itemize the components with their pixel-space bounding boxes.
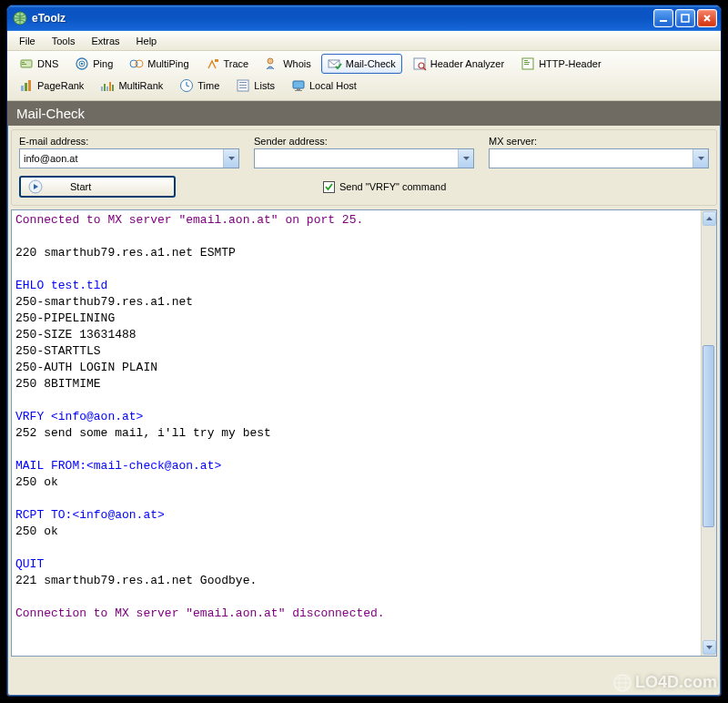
tool-ping[interactable]: Ping — [68, 54, 119, 74]
watermark: LO4D.com — [613, 673, 717, 692]
close-button[interactable] — [697, 9, 717, 27]
svg-rect-31 — [239, 85, 247, 86]
menubar: File Tools Extras Help — [7, 31, 721, 51]
scroll-up-button[interactable] — [703, 211, 716, 226]
trace-icon — [206, 56, 220, 71]
tool-multirank[interactable]: MultiRank — [94, 76, 169, 96]
minimize-button[interactable] — [653, 9, 673, 27]
time-icon — [179, 78, 194, 93]
globe-icon — [613, 674, 632, 692]
tool-header-analyzer[interactable]: Header Analyzer — [406, 54, 511, 74]
tool-label: Mail-Check — [346, 58, 396, 69]
sender-input[interactable] — [255, 149, 458, 168]
tool-whois[interactable]: Whois — [258, 54, 318, 74]
output-line: 221 smarthub79.res.a1.net Goodbye. — [15, 573, 697, 589]
mx-label: MX server: — [489, 136, 709, 147]
tool-label: Lists — [254, 80, 275, 91]
start-button[interactable]: Start — [19, 176, 176, 198]
tool-pagerank[interactable]: PageRank — [13, 76, 90, 96]
output-line: RCPT TO:<info@aon.at> — [15, 507, 697, 524]
scrollbar[interactable] — [701, 210, 716, 656]
tool-http-header[interactable]: HTTP-Header — [514, 54, 607, 74]
titlebar[interactable]: eToolz — [7, 5, 721, 31]
pagerank-icon — [19, 78, 34, 93]
mx-input[interactable] — [490, 149, 693, 168]
dns-icon — [19, 56, 34, 71]
tool-label: MultiPing — [147, 58, 188, 69]
svg-rect-30 — [239, 82, 247, 83]
email-input[interactable] — [20, 149, 223, 168]
lists-icon — [236, 78, 250, 93]
output-line — [15, 442, 697, 458]
output-line: 252 send some mail, i'll try my best — [15, 425, 697, 442]
email-label: E-mail address: — [19, 136, 239, 147]
vrfy-checkbox[interactable] — [323, 181, 335, 193]
tool-multiping[interactable]: MultiPing — [123, 54, 195, 74]
tool-label: PageRank — [37, 80, 84, 91]
headeranalyzer-icon — [412, 56, 427, 71]
tool-mail-check[interactable]: Mail-Check — [321, 54, 402, 74]
svg-rect-19 — [524, 64, 529, 65]
output-line: 250 ok — [15, 474, 697, 491]
output-line: 250 8BITMIME — [15, 376, 697, 392]
svg-rect-27 — [112, 85, 114, 91]
tool-dns[interactable]: DNS — [13, 54, 65, 74]
tool-time[interactable]: Time — [173, 76, 226, 96]
chevron-down-icon[interactable] — [223, 149, 238, 168]
output-line: 250 ok — [15, 524, 697, 540]
window-title: eToolz — [32, 12, 653, 25]
toolbar-row-1: DNSPingMultiPingTraceWhoisMail-CheckHead… — [11, 53, 717, 75]
menu-file[interactable]: File — [11, 33, 44, 49]
multiping-icon — [129, 56, 144, 71]
tool-trace[interactable]: Trace — [199, 54, 256, 74]
email-combobox[interactable] — [19, 148, 239, 168]
start-button-label: Start — [70, 181, 167, 192]
svg-rect-24 — [104, 84, 106, 91]
output-line: 250-SIZE 13631488 — [15, 327, 697, 343]
svg-rect-4 — [22, 62, 25, 63]
multirank-icon — [100, 78, 115, 93]
tool-label: Trace — [224, 58, 249, 69]
form-panel: E-mail address: Sender address: — [11, 129, 717, 206]
scroll-down-button[interactable] — [703, 640, 716, 655]
tool-label: Ping — [93, 58, 113, 69]
output-line: EHLO test.tld — [15, 278, 697, 294]
output-line: 220 smarthub79.res.a1.net ESMTP — [15, 245, 697, 261]
tool-lists[interactable]: Lists — [229, 76, 281, 96]
output-line: 250-AUTH LOGIN PLAIN — [15, 360, 697, 376]
svg-rect-17 — [524, 60, 528, 61]
chevron-down-icon[interactable] — [693, 149, 708, 168]
output-line — [15, 261, 697, 278]
output-line — [15, 540, 697, 556]
localhost-icon — [291, 78, 306, 93]
output-text[interactable]: Connected to MX server "email.aon.at" on… — [12, 210, 701, 656]
mailcheck-icon — [328, 56, 342, 71]
sender-label: Sender address: — [254, 136, 474, 147]
vrfy-label: Send "VRFY" command — [339, 181, 446, 192]
tool-local-host[interactable]: Local Host — [285, 76, 363, 96]
svg-rect-18 — [524, 62, 530, 63]
tool-label: Header Analyzer — [430, 58, 504, 69]
svg-point-10 — [136, 60, 143, 67]
output-line: 250-PIPELINING — [15, 311, 697, 327]
maximize-button[interactable] — [675, 9, 695, 27]
output-line: Connected to MX server "email.aon.at" on… — [15, 212, 697, 229]
output-panel: Connected to MX server "email.aon.at" on… — [11, 209, 717, 657]
svg-rect-21 — [25, 83, 27, 91]
menu-extras[interactable]: Extras — [83, 33, 127, 49]
toolbar: DNSPingMultiPingTraceWhoisMail-CheckHead… — [7, 51, 721, 101]
tool-label: DNS — [37, 58, 58, 69]
menu-help[interactable]: Help — [128, 33, 166, 49]
scroll-track[interactable] — [702, 227, 716, 639]
ping-icon — [75, 56, 89, 71]
mx-combobox[interactable] — [489, 148, 709, 168]
menu-tools[interactable]: Tools — [44, 33, 84, 49]
sender-combobox[interactable] — [254, 148, 474, 168]
svg-rect-1 — [660, 20, 667, 22]
chevron-down-icon[interactable] — [458, 149, 473, 168]
scroll-thumb[interactable] — [703, 345, 714, 527]
app-icon — [13, 11, 27, 25]
toolbar-row-2: PageRankMultiRankTimeListsLocal Host — [11, 75, 717, 97]
svg-point-12 — [268, 58, 273, 64]
svg-rect-23 — [101, 87, 103, 91]
